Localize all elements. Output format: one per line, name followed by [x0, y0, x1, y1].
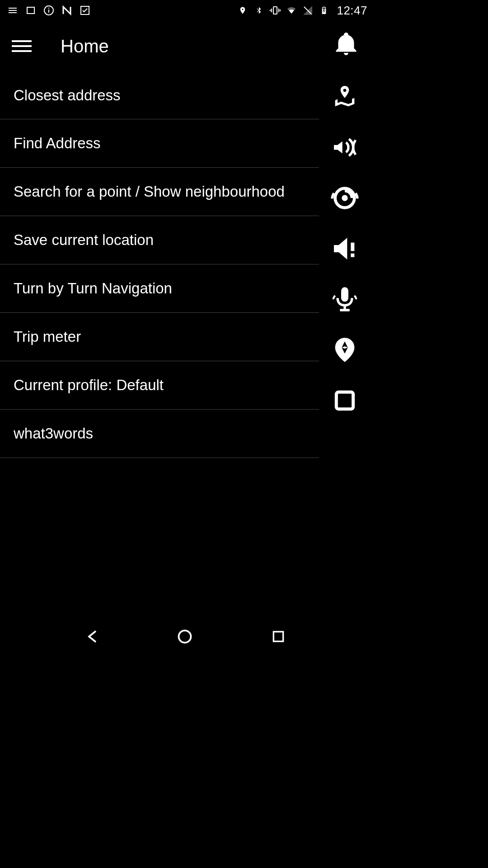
side-toolbar	[319, 71, 370, 615]
status-time: 12:47	[337, 4, 367, 18]
svg-point-26	[179, 631, 191, 643]
svg-rect-27	[273, 632, 283, 641]
menu-item-current-profile[interactable]: Current profile: Default	[0, 361, 319, 410]
status-bar: 12:47	[0, 0, 370, 21]
wifi-status-icon	[286, 5, 297, 16]
check-status-icon	[80, 5, 90, 16]
back-button[interactable]	[80, 625, 103, 648]
main-content: Closest address Find Address Search for …	[0, 71, 370, 615]
menu-item-what3words[interactable]: what3words	[0, 410, 319, 458]
page-title: Home	[61, 36, 109, 57]
svg-point-19	[342, 195, 347, 201]
svg-rect-9	[273, 7, 277, 14]
svg-rect-1	[9, 10, 17, 11]
svg-rect-2	[9, 12, 17, 13]
svg-rect-21	[351, 254, 354, 257]
bluetooth-status-icon	[253, 5, 264, 16]
n-status-icon	[61, 5, 72, 16]
menu-list: Closest address Find Address Search for …	[0, 71, 319, 615]
menu-status-icon	[7, 5, 18, 16]
svg-rect-4	[28, 8, 34, 13]
home-button[interactable]	[173, 625, 197, 648]
menu-item-search-point[interactable]: Search for a point / Show neighbourhood	[0, 168, 319, 216]
app-bar: Home	[0, 21, 370, 71]
card-status-icon	[25, 5, 36, 16]
vibrate-status-icon	[270, 5, 281, 16]
signal-status-icon	[302, 5, 313, 16]
svg-rect-16	[324, 7, 325, 8]
hamburger-menu-icon[interactable]	[12, 36, 32, 56]
microphone-icon[interactable]	[327, 274, 362, 325]
svg-rect-22	[341, 287, 348, 302]
menu-item-trip-meter[interactable]: Trip meter	[0, 313, 319, 361]
battery-status-icon	[319, 5, 329, 16]
menu-item-find-address[interactable]: Find Address	[0, 119, 319, 168]
compass-pin-icon[interactable]	[327, 325, 362, 375]
map-location-icon[interactable]	[327, 71, 362, 122]
svg-rect-7	[48, 8, 49, 9]
bell-icon[interactable]	[328, 26, 364, 61]
menu-item-closest-address[interactable]: Closest address	[0, 71, 319, 119]
stop-square-icon[interactable]	[327, 375, 362, 426]
svg-rect-6	[48, 9, 49, 13]
location-status-icon	[237, 5, 248, 16]
refresh-sound-icon[interactable]	[327, 173, 362, 223]
android-nav-bar	[0, 615, 370, 658]
info-status-icon	[43, 5, 54, 16]
svg-rect-0	[9, 8, 17, 9]
sound-broadcast-icon[interactable]	[327, 122, 362, 173]
recents-button[interactable]	[267, 625, 290, 648]
svg-rect-25	[336, 392, 353, 409]
menu-item-save-location[interactable]: Save current location	[0, 216, 319, 264]
volume-alert-icon[interactable]	[327, 223, 362, 274]
svg-rect-20	[351, 243, 354, 251]
menu-item-turn-by-turn[interactable]: Turn by Turn Navigation	[0, 264, 319, 313]
